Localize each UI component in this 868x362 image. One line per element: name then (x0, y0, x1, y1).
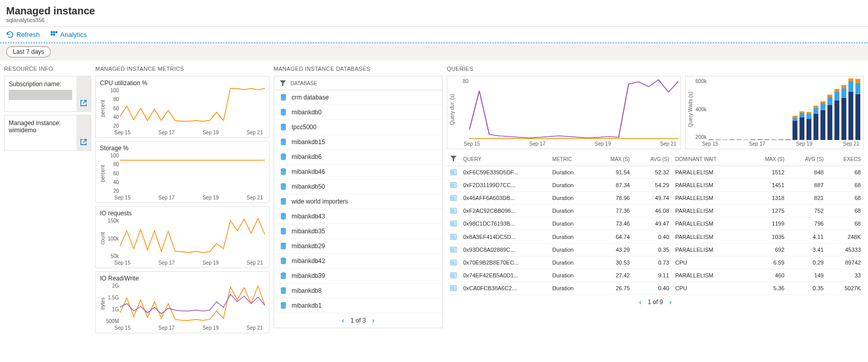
svg-rect-50 (743, 139, 749, 140)
metric-chart[interactable]: IO Read/Writebytes2G1.5G1G500MSep 15Sep … (95, 271, 270, 333)
svg-rect-78 (807, 114, 812, 119)
query-icon (450, 182, 457, 189)
query-row[interactable]: 0xF2D31199D7CC...Duration87.3454.29PARAL… (447, 179, 864, 192)
database-row[interactable]: mibankdb1 (274, 298, 442, 313)
database-name: mibankdb46 (292, 168, 325, 175)
database-name: mibankdb50 (292, 183, 325, 190)
metric-chart[interactable]: CPU utilization %percent10080604020Sep 1… (95, 76, 270, 138)
query-waits-chart[interactable]: Query Waits (s) 600k 400k 200k Sep 15 Se… (685, 76, 864, 149)
database-icon (279, 212, 287, 220)
database-row[interactable]: mibankdb29 (274, 239, 442, 254)
svg-rect-44 (730, 139, 735, 140)
database-row[interactable]: mibankdb39 (274, 269, 442, 284)
svg-rect-74 (799, 117, 804, 140)
subscription-value-redacted (9, 90, 72, 100)
query-row[interactable]: 0x98C1DC76193B...Duration73.4649.47PARAL… (447, 217, 864, 230)
column-header[interactable]: AVG (S) (633, 152, 672, 166)
database-name: mibankdb43 (292, 213, 325, 220)
pager-next-button[interactable]: › (669, 298, 672, 306)
query-row[interactable]: 0x74EF42EB5A0D1...Duration27.429.11PARAL… (447, 269, 864, 281)
query-duration-chart[interactable]: Query dur. (s) 80 Sep 15 Sep 17 Sep 19 S… (447, 76, 681, 149)
svg-rect-93 (841, 88, 846, 98)
database-row[interactable]: wide world importers (274, 194, 442, 209)
column-header[interactable]: MAX (S) (593, 152, 633, 166)
refresh-button[interactable]: Refresh (6, 31, 40, 38)
database-row[interactable]: mibankdb15 (274, 135, 442, 150)
database-icon (279, 183, 287, 191)
database-row[interactable]: mibankdb50 (274, 179, 442, 194)
database-icon (279, 227, 287, 235)
popout-icon[interactable] (80, 99, 87, 108)
svg-rect-68 (786, 139, 791, 140)
database-icon (279, 168, 287, 176)
filter-icon[interactable] (279, 79, 286, 87)
svg-rect-98 (855, 94, 860, 140)
section-title-metrics: MANAGED INSTANCE METRICS (95, 66, 270, 72)
database-row[interactable]: mibankdb35 (274, 224, 442, 239)
column-header[interactable]: METRIC (549, 152, 593, 166)
database-icon (279, 93, 287, 102)
svg-rect-0 (50, 31, 52, 33)
svg-rect-73 (793, 116, 798, 117)
database-name: mibankdb35 (292, 228, 325, 235)
database-row[interactable]: mibankdb6 (274, 150, 442, 165)
query-icon (450, 233, 457, 240)
database-name: mibankdb6 (292, 153, 322, 160)
query-row[interactable]: 0x93DC8A02889C...Duration43.290.35PARALL… (447, 243, 864, 256)
query-row[interactable]: 0x70E9B2B8E70EC...Duration30.530.73CPU6.… (447, 256, 864, 269)
database-name: mibankdb8 (292, 287, 322, 294)
section-title-databases: MANAGED INSTANCE DATABASES (274, 66, 443, 72)
svg-rect-97 (849, 78, 854, 81)
query-row[interactable]: 0x46AFF6A603DB...Duration78.9649.74PARAL… (447, 192, 864, 205)
database-icon (279, 301, 287, 310)
metric-chart[interactable]: Storage %percent10080604020Sep 15Sep 17S… (95, 141, 270, 203)
query-row[interactable]: 0xF2AC92CBB098...Duration77.3646.08PARAL… (447, 205, 864, 217)
pager-prev-button[interactable]: ‹ (342, 316, 344, 325)
svg-rect-77 (807, 119, 812, 140)
popout-icon[interactable] (80, 138, 87, 147)
chart-title: IO requests (100, 210, 265, 217)
page-subtitle: sqlanalytics356 (6, 17, 862, 23)
managed-instance-tile[interactable]: Managed instance: wimidemo (4, 115, 91, 151)
database-row[interactable]: crm database (274, 90, 442, 105)
svg-rect-79 (807, 112, 812, 113)
database-icon (279, 257, 287, 265)
subscription-tile[interactable]: Subscription name: (4, 76, 91, 112)
svg-rect-96 (849, 81, 854, 92)
svg-rect-38 (716, 139, 721, 140)
pager-prev-button[interactable]: ‹ (639, 298, 642, 306)
page-header: Managed instance sqlanalytics356 (0, 0, 868, 27)
database-row[interactable]: mibankdb8 (274, 284, 442, 298)
query-row[interactable]: 0x8A3EF414DC5D...Duration64.740.40PARALL… (447, 230, 864, 243)
database-row[interactable]: mibankdb46 (274, 165, 442, 179)
svg-rect-87 (828, 97, 833, 105)
database-icon (279, 197, 287, 206)
database-row[interactable]: mibankdb0 (274, 105, 442, 120)
column-header[interactable]: DOMINANT WAIT (672, 152, 747, 166)
svg-rect-90 (835, 92, 840, 100)
svg-rect-2 (55, 31, 57, 33)
database-row[interactable]: mibankdb43 (274, 209, 442, 224)
column-header[interactable]: MAX (S) (747, 152, 788, 166)
svg-rect-3 (50, 34, 52, 36)
database-row[interactable]: mibankdb42 (274, 254, 442, 269)
svg-rect-99 (855, 83, 860, 94)
database-row[interactable]: tpcc5000 (274, 120, 442, 135)
database-name: mibankdb29 (292, 243, 325, 250)
query-icon (450, 207, 457, 214)
pager-next-button[interactable]: › (372, 316, 375, 325)
column-header[interactable]: AVG (S) (788, 152, 827, 166)
svg-rect-47 (737, 139, 742, 140)
metric-chart[interactable]: IO requestscount150k100k50kSep 15Sep 17S… (95, 206, 270, 268)
query-row[interactable]: 0xCA0FCB38A6C2...Duration26.750.40CPU5.3… (447, 281, 864, 294)
column-header[interactable]: QUERY (460, 152, 549, 166)
analytics-button[interactable]: Analytics (50, 31, 87, 38)
svg-rect-41 (722, 139, 728, 140)
column-header[interactable]: EXECS (826, 152, 864, 166)
filter-icon[interactable] (450, 155, 457, 162)
refresh-icon (6, 31, 14, 38)
database-icon (279, 108, 287, 116)
query-row[interactable]: 0xF6C59E339D5DF...Duration91.5452.32PARA… (447, 166, 864, 179)
query-icon (450, 169, 457, 176)
timerange-pill[interactable]: Last 7 days (6, 46, 51, 57)
